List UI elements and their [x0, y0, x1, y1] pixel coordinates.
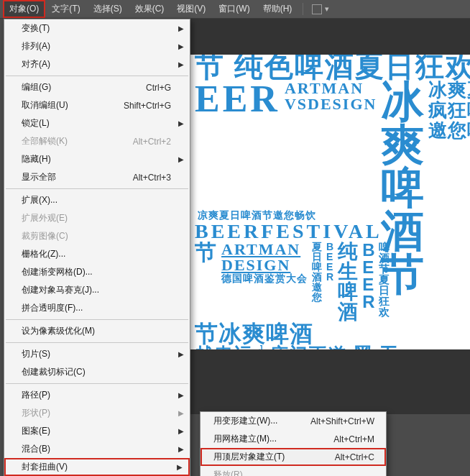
menu-item-label: 路径(P)	[22, 389, 50, 401]
menu-window[interactable]: 窗口(W)	[212, 0, 256, 18]
menu-item-label: 混合(B)	[22, 443, 50, 455]
submenu-arrow-icon: ▶	[178, 42, 184, 50]
menu-item-9[interactable]: 显示全部Alt+Ctrl+3	[4, 168, 190, 186]
menu-item-label: 取消编组(U)	[22, 99, 68, 111]
menu-item-label: 扩展(X)...	[22, 194, 57, 206]
menu-item-label: 变换(T)	[22, 22, 50, 35]
menu-item-label: 创建渐变网格(D)...	[22, 266, 93, 278]
menu-view[interactable]: 视图(V)	[170, 0, 212, 18]
submenu-item-shortcut: Alt+Shift+Ctrl+W	[310, 416, 374, 426]
menu-item-shortcut: Alt+Ctrl+2	[133, 137, 171, 147]
menu-item-label: 隐藏(H)	[22, 153, 51, 165]
submenu-item-3: 释放(R)	[201, 466, 386, 476]
artwork-text-collage: 节 纯色啤酒夏日狂欢 EER ARTMAN VSDESIGN 冰爽啤酒节 冰爽夏…	[190, 55, 470, 349]
menu-item-label: 显示全部	[22, 171, 56, 183]
submenu-item-label: 用变形建立(W)...	[213, 415, 277, 427]
menu-type[interactable]: 文字(T)	[45, 0, 86, 18]
menu-item-14[interactable]: 栅格化(Z)...	[4, 245, 190, 263]
dropdown-caret-icon: ▾	[325, 4, 329, 14]
submenu-arrow-icon: ▶	[177, 463, 183, 471]
menu-item-label: 全部解锁(K)	[22, 135, 68, 147]
menu-select[interactable]: 选择(S)	[87, 0, 129, 18]
workspace-icon	[312, 4, 322, 14]
artboard[interactable]: 节 纯色啤酒夏日狂欢 EER ARTMAN VSDESIGN 冰爽啤酒节 冰爽夏…	[190, 55, 470, 349]
submenu-item-1[interactable]: 用网格建立(M)...Alt+Ctrl+M	[201, 430, 386, 448]
submenu-item-shortcut: Alt+Ctrl+M	[333, 434, 374, 444]
object-menu-dropdown: 变换(T)▶排列(A)▶对齐(A)▶编组(G)Ctrl+G取消编组(U)Shif…	[4, 19, 190, 476]
menu-item-label: 拼合透明度(F)...	[22, 302, 83, 314]
submenu-arrow-icon: ▶	[178, 119, 184, 127]
menu-separator	[6, 342, 188, 343]
menu-item-shortcut: Shift+Ctrl+G	[124, 101, 171, 111]
menu-item-label: 设为像素级优化(M)	[22, 325, 95, 337]
menu-item-shortcut: Ctrl+G	[146, 83, 171, 93]
menu-item-26[interactable]: 图案(E)▶	[4, 422, 190, 440]
menu-item-22[interactable]: 创建裁切标记(C)	[4, 363, 190, 381]
menu-item-label: 图案(E)	[22, 425, 50, 437]
submenu-arrow-icon: ▶	[178, 350, 184, 358]
menu-item-17[interactable]: 拼合透明度(F)...	[4, 299, 190, 317]
submenu-arrow-icon: ▶	[178, 427, 184, 435]
menu-item-28[interactable]: 封套扭曲(V)▶	[4, 458, 190, 476]
menu-item-2[interactable]: 对齐(A)▶	[4, 55, 190, 73]
menu-item-label: 排列(A)	[22, 40, 50, 52]
menu-item-label: 锁定(L)	[22, 117, 50, 129]
menu-separator	[6, 75, 188, 76]
menu-effect[interactable]: 效果(C)	[129, 0, 171, 18]
menu-item-12: 扩展外观(E)	[4, 209, 190, 227]
menu-item-label: 对齐(A)	[22, 58, 50, 70]
submenu-item-label: 释放(R)	[213, 469, 243, 476]
menu-help[interactable]: 帮助(H)	[257, 0, 299, 18]
submenu-item-shortcut: Alt+Ctrl+C	[335, 452, 374, 462]
menu-item-4[interactable]: 编组(G)Ctrl+G	[4, 78, 190, 96]
menu-item-6[interactable]: 锁定(L)▶	[4, 114, 190, 132]
submenu-arrow-icon: ▶	[178, 24, 184, 32]
menu-item-label: 形状(P)	[22, 407, 50, 419]
menu-item-16[interactable]: 创建对象马赛克(J)...	[4, 281, 190, 299]
menu-item-15[interactable]: 创建渐变网格(D)...	[4, 263, 190, 281]
menu-item-13: 裁剪图像(C)	[4, 227, 190, 245]
menu-object[interactable]: 对象(O)	[3, 0, 45, 18]
menu-item-0[interactable]: 变换(T)▶	[4, 19, 190, 37]
menubar-separator	[303, 3, 303, 15]
menu-item-label: 编组(G)	[22, 81, 51, 93]
menu-item-25: 形状(P)▶	[4, 404, 190, 422]
canvas[interactable]: 节 纯色啤酒夏日狂欢 EER ARTMAN VSDESIGN 冰爽啤酒节 冰爽夏…	[190, 19, 470, 414]
menu-item-19[interactable]: 设为像素级优化(M)	[4, 322, 190, 340]
menu-item-27[interactable]: 混合(B)▶	[4, 440, 190, 458]
submenu-arrow-icon: ▶	[178, 155, 184, 163]
menu-separator	[6, 319, 188, 320]
menu-item-label: 栅格化(Z)...	[22, 248, 65, 260]
submenu-item-label: 用顶层对象建立(T)	[213, 451, 285, 463]
submenu-item-2[interactable]: 用顶层对象建立(T)Alt+Ctrl+C	[201, 448, 386, 466]
menu-separator	[6, 188, 188, 189]
menu-item-label: 创建裁切标记(C)	[22, 366, 86, 378]
submenu-arrow-icon: ▶	[178, 445, 184, 453]
submenu-item-0[interactable]: 用变形建立(W)...Alt+Shift+Ctrl+W	[201, 412, 386, 430]
submenu-arrow-icon: ▶	[178, 60, 184, 68]
menu-item-24[interactable]: 路径(P)▶	[4, 386, 190, 404]
menu-item-1[interactable]: 排列(A)▶	[4, 37, 190, 55]
menu-item-21[interactable]: 切片(S)▶	[4, 345, 190, 363]
submenu-item-label: 用网格建立(M)...	[213, 433, 277, 445]
menu-item-label: 裁剪图像(C)	[22, 230, 68, 242]
submenu-arrow-icon: ▶	[178, 391, 184, 399]
menu-item-label: 切片(S)	[22, 348, 50, 360]
envelope-distort-submenu: 用变形建立(W)...Alt+Shift+Ctrl+W用网格建立(M)...Al…	[200, 411, 387, 476]
menu-item-8[interactable]: 隐藏(H)▶	[4, 150, 190, 168]
menu-item-label: 封套扭曲(V)	[22, 461, 68, 473]
menu-item-label: 创建对象马赛克(J)...	[22, 284, 99, 296]
menu-item-11[interactable]: 扩展(X)...	[4, 191, 190, 209]
menu-item-label: 扩展外观(E)	[22, 212, 68, 224]
menubar: 对象(O) 文字(T) 选择(S) 效果(C) 视图(V) 窗口(W) 帮助(H…	[0, 0, 470, 19]
menu-separator	[6, 383, 188, 384]
submenu-arrow-icon: ▶	[178, 409, 184, 417]
menubar-workspace-switcher[interactable]: ▾	[308, 0, 333, 18]
menu-item-shortcut: Alt+Ctrl+3	[133, 173, 171, 183]
menu-item-7: 全部解锁(K)Alt+Ctrl+2	[4, 132, 190, 150]
menu-item-5[interactable]: 取消编组(U)Shift+Ctrl+G	[4, 96, 190, 114]
